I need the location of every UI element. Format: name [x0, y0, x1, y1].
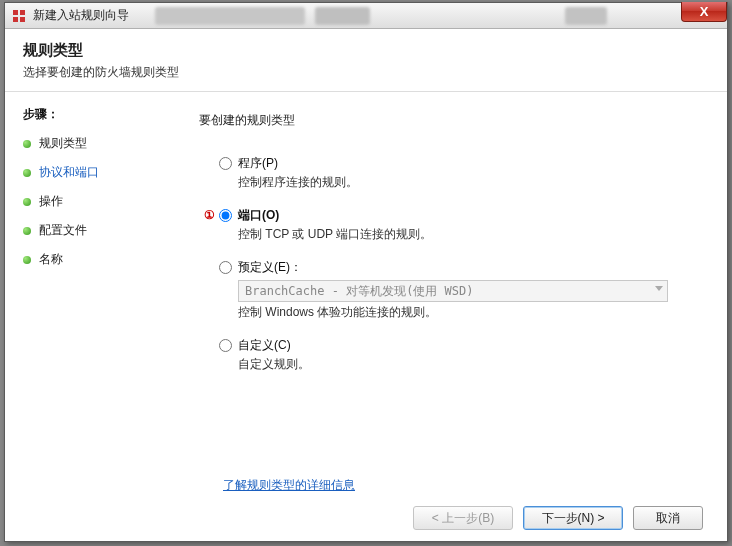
- option-port: ① 端口(O) 控制 TCP 或 UDP 端口连接的规则。: [199, 207, 697, 257]
- bullet-icon: [23, 140, 31, 148]
- step-name[interactable]: 名称: [23, 251, 173, 268]
- next-button[interactable]: 下一步(N) >: [523, 506, 623, 530]
- window-title: 新建入站规则向导: [33, 7, 129, 24]
- svg-rect-0: [13, 10, 18, 15]
- radio-desc: 自定义规则。: [238, 356, 697, 373]
- close-button[interactable]: X: [681, 2, 727, 22]
- option-program: 程序(P) 控制程序连接的规则。: [199, 155, 697, 205]
- radio-desc: 控制程序连接的规则。: [238, 174, 697, 191]
- annotation-marker: ①: [199, 208, 219, 222]
- steps-sidebar: 步骤： 规则类型 协议和端口 操作 配置文件 名称: [5, 92, 183, 544]
- back-button[interactable]: < 上一步(B): [413, 506, 513, 530]
- content-heading: 要创建的规则类型: [199, 112, 697, 129]
- title-obscured: [315, 7, 370, 25]
- wizard-header: 规则类型 选择要创建的防火墙规则类型: [5, 29, 727, 92]
- step-action[interactable]: 操作: [23, 193, 173, 210]
- learn-more-link[interactable]: 了解规则类型的详细信息: [223, 477, 355, 494]
- content-pane: 要创建的规则类型 程序(P) 控制程序连接的规则。 ① 端口(O) 控制 TCP…: [183, 92, 727, 544]
- step-label: 规则类型: [39, 135, 87, 152]
- option-predefined: 预定义(E)： BranchCache - 对等机发现(使用 WSD) 控制 W…: [199, 259, 697, 335]
- cancel-button[interactable]: 取消: [633, 506, 703, 530]
- app-icon: [11, 8, 27, 24]
- radio-desc: 控制 Windows 体验功能连接的规则。: [238, 304, 697, 321]
- radio-program[interactable]: [219, 157, 232, 170]
- radio-label: 端口(O): [238, 207, 697, 224]
- combo-value: BranchCache - 对等机发现(使用 WSD): [245, 284, 474, 298]
- predefined-combobox[interactable]: BranchCache - 对等机发现(使用 WSD): [238, 280, 668, 302]
- page-subtitle: 选择要创建的防火墙规则类型: [23, 64, 709, 81]
- chevron-down-icon: [655, 286, 663, 291]
- radio-custom[interactable]: [219, 339, 232, 352]
- close-icon: X: [700, 4, 709, 19]
- title-obscured: [565, 7, 607, 25]
- option-custom: 自定义(C) 自定义规则。: [199, 337, 697, 387]
- step-label: 操作: [39, 193, 63, 210]
- radio-label: 自定义(C): [238, 337, 697, 354]
- step-label: 协议和端口: [39, 164, 99, 181]
- step-rule-type[interactable]: 规则类型: [23, 135, 173, 152]
- bullet-icon: [23, 169, 31, 177]
- step-profile[interactable]: 配置文件: [23, 222, 173, 239]
- title-obscured: [155, 7, 305, 25]
- step-label: 配置文件: [39, 222, 87, 239]
- bullet-icon: [23, 198, 31, 206]
- radio-desc: 控制 TCP 或 UDP 端口连接的规则。: [238, 226, 697, 243]
- radio-predefined[interactable]: [219, 261, 232, 274]
- svg-rect-3: [20, 17, 25, 22]
- bullet-icon: [23, 227, 31, 235]
- step-label: 名称: [39, 251, 63, 268]
- page-title: 规则类型: [23, 41, 709, 60]
- radio-label: 预定义(E)：: [238, 259, 697, 276]
- button-bar: < 上一步(B) 下一步(N) > 取消: [413, 506, 703, 530]
- svg-rect-1: [20, 10, 25, 15]
- svg-rect-2: [13, 17, 18, 22]
- steps-heading: 步骤：: [23, 106, 173, 123]
- wizard-body: 步骤： 规则类型 协议和端口 操作 配置文件 名称 要: [5, 92, 727, 544]
- wizard-window: 新建入站规则向导 X 规则类型 选择要创建的防火墙规则类型 步骤： 规则类型 协…: [4, 2, 728, 542]
- step-protocol-port[interactable]: 协议和端口: [23, 164, 173, 181]
- radio-label: 程序(P): [238, 155, 697, 172]
- radio-port[interactable]: [219, 209, 232, 222]
- bullet-icon: [23, 256, 31, 264]
- titlebar: 新建入站规则向导 X: [5, 3, 727, 29]
